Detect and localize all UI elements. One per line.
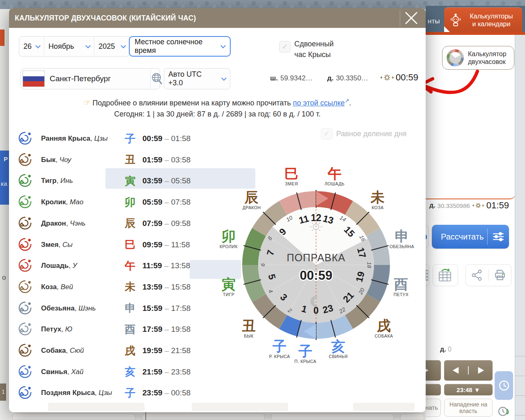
tab-instruments-partial[interactable]: нты: [428, 17, 440, 25]
double-rat-checkbox[interactable]: ✓: [279, 41, 291, 52]
zodiac-animal-icon: [17, 194, 34, 210]
zodiac-row: Дракон, Чэнь 辰 07:59 – 09:58: [17, 213, 222, 234]
chevron-down-icon: [35, 43, 41, 48]
double-rat-label: Сдвоенныйчас Крысы: [294, 39, 334, 60]
step-back-button[interactable]: [444, 366, 468, 374]
zodiac-name: Лошадь, У: [34, 262, 122, 270]
external-link-icon: ↗: [345, 98, 349, 104]
close-icon[interactable]: [400, 8, 422, 28]
solar-time: 00:59: [380, 72, 418, 83]
zodiac-animal-icon: [17, 321, 34, 338]
bleed-through-ghost: [48, 403, 144, 411]
calculate-button[interactable]: Рассчитать: [432, 225, 509, 249]
zodiac-row: Тигр, Инь 寅 03:59 – 05:58: [17, 170, 222, 192]
left-background-strip: Р ка о 1: [0, 9, 9, 420]
tab-label-line2: и календари: [465, 20, 518, 28]
clock-label-петух: 酉ПЕТУХ: [394, 277, 409, 297]
bleed-through-ghost: [353, 403, 415, 411]
zodiac-animal-icon: [17, 237, 34, 253]
utc-select[interactable]: Авто UTC +3.0: [164, 68, 230, 89]
zodiac-character: 丑: [122, 153, 138, 167]
zodiac-character: 寅: [122, 174, 138, 188]
export-table-icon-button[interactable]: [433, 264, 458, 286]
chevron-down-icon: [121, 43, 126, 48]
equal-division-checkbox[interactable]: ✓: [321, 128, 332, 139]
clock-label-коза: 未КОЗА: [371, 190, 385, 210]
left-partial-button[interactable]: 1: [0, 383, 6, 401]
background-coordinates: д. 30.3350986 01:59: [429, 200, 524, 211]
tab-label-line1: Калькуляторы: [465, 12, 518, 20]
zodiac-character: 巳: [122, 237, 138, 252]
clock-label-тигр: 寅ТИГР: [222, 277, 236, 297]
print-button[interactable]: [488, 269, 511, 281]
clock-label-обезьяна: 申ОБЕЗЬЯНА: [390, 229, 414, 249]
zodiac-character: 卯: [122, 195, 138, 210]
zodiac-time-range: 11:59 – 13:58: [138, 261, 190, 270]
zodiac-animal-icon: [17, 173, 34, 189]
sun-arrows-icon: [472, 202, 484, 209]
globe-search-icon[interactable]: [150, 68, 163, 89]
zodiac-row: Обезьяна, Шэнь 申 15:59 – 17:58: [17, 298, 222, 319]
attack-power-button[interactable]: Нападение навласть: [444, 399, 493, 417]
clock-refresh-button[interactable]: [495, 403, 513, 420]
left-orange-block: [0, 30, 5, 46]
zodiac-name: Собака, Сюй: [34, 347, 122, 355]
zodiac-row: Ранняя Крыса, Цзы 子 00:59 – 01:58: [17, 128, 222, 149]
zodiac-animal-icon: [17, 342, 34, 359]
zodiac-character: 子: [122, 386, 138, 400]
zodiac-animal-icon: [17, 152, 34, 168]
zodiac-name: Бык, Чоу: [34, 156, 122, 164]
background-sun-time: 01:59: [486, 200, 509, 211]
zodiac-time-range: 05:59 – 07:58: [138, 198, 190, 207]
clock-label-змея: 巳ЗМЕЯ: [284, 166, 298, 186]
zodiac-time-range: 03:59 – 05:58: [138, 176, 190, 185]
background-panel-edge: [426, 164, 516, 199]
zodiac-time-range: 21:59 – 23:58: [138, 368, 190, 377]
tab-calculators-calendars[interactable]: Калькуляторы и календари: [444, 7, 522, 33]
bleed-through-ghost: [192, 403, 288, 411]
orange-divider-bar: [426, 32, 525, 35]
share-button[interactable]: [466, 269, 488, 281]
zodiac-time-range: 23:59 – 00:58: [138, 388, 190, 397]
russia-flag-icon: [23, 71, 45, 87]
left-blue-text-p: Р: [4, 155, 8, 162]
zodiac-animal-icon: [17, 258, 34, 274]
svg-text:6: 6: [260, 263, 266, 267]
clock-label-кролик: 卯КРОЛИК: [220, 229, 238, 249]
solar-time-value: 00:59: [396, 72, 418, 83]
info-line: ☞Подробнее о влиянии времени на карту мо…: [9, 98, 426, 107]
clock-label-лошадь: 午ЛОШАДЬ: [325, 166, 344, 186]
zodiac-time-range: 15:59 – 17:58: [138, 304, 190, 313]
bottom-background-strip: [9, 412, 426, 420]
lon-label: д.: [429, 202, 436, 209]
city-input[interactable]: [45, 68, 150, 89]
zodiac-animal-icon: [17, 130, 34, 147]
time-dropdown-button[interactable]: 23:48 ▼: [444, 384, 493, 395]
zodiac-row: Свинья, Хай 亥 21:59 – 23:58: [17, 361, 222, 383]
chevron-down-icon: [220, 43, 226, 48]
day-select[interactable]: 26: [19, 37, 44, 56]
zodiac-time-range: 19:59 – 21:58: [138, 346, 190, 355]
time-mode-select[interactable]: Местное солнечное время: [129, 36, 231, 57]
left-blue-button[interactable]: Р ка: [0, 151, 9, 205]
month-select[interactable]: Ноябрь: [44, 37, 94, 56]
zodiac-row: Лошадь, У 午 11:59 – 13:58: [17, 255, 222, 276]
zodiac-character: 酉: [122, 322, 138, 337]
info-link[interactable]: по этой ссылке: [293, 99, 345, 107]
city-input-group: [21, 68, 160, 89]
zodiac-row: Поздняя Крыса, Цзы 子 23:59 – 00:58: [17, 382, 222, 404]
zodiac-character: 辰: [122, 216, 138, 231]
year-select[interactable]: 2025: [94, 37, 129, 56]
clock-label-п-крыса: 子П. КРЫСА: [294, 344, 316, 364]
calc-button-line2: двухчасовок: [468, 58, 507, 66]
clock-mode-button[interactable]: [495, 371, 513, 400]
latitude-value: ш.59.9342…: [270, 74, 312, 82]
chevron-down-icon: [221, 75, 227, 81]
step-forward-button[interactable]: [468, 366, 493, 374]
zodiac-time-range: 17:59 – 19:58: [138, 325, 190, 334]
zodiac-character: 子: [122, 132, 138, 146]
svg-text:ПОПРАВКА: ПОПРАВКА: [287, 252, 346, 263]
robot-icon: [450, 13, 461, 27]
zodiac-name: Обезьяна, Шэнь: [34, 304, 122, 313]
zodiac-row: Змея, Сы 巳 09:59 – 11:58: [17, 234, 222, 256]
